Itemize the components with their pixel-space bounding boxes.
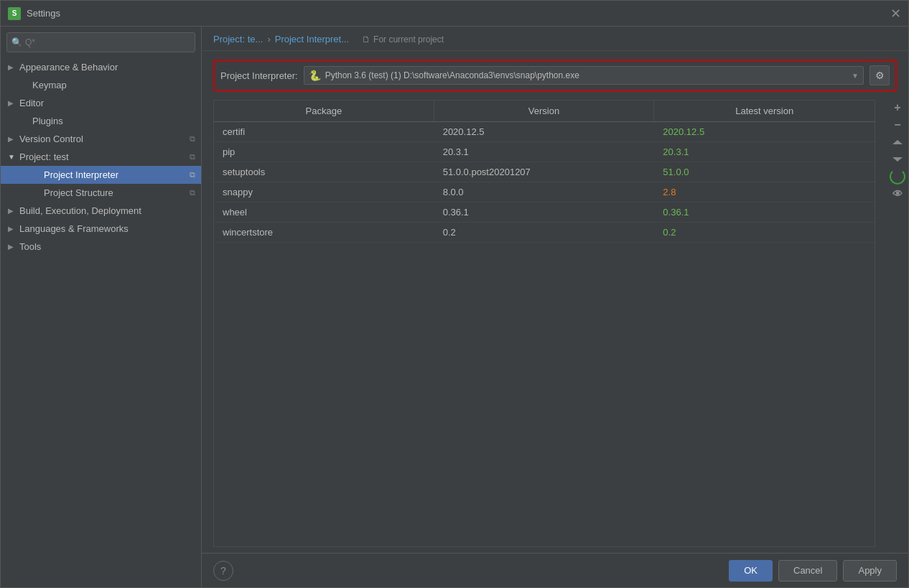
package-table: Package Version Latest version certifi 2… <box>213 100 875 547</box>
interpreter-value: Python 3.6 (test) (1) D:\software\Anacon… <box>325 70 579 80</box>
breadcrumb-project-note: 🗋 For current project <box>362 34 444 45</box>
table-row[interactable]: certifi 2020.12.5 2020.12.5 <box>214 122 875 142</box>
sidebar-item-project-test[interactable]: ▼ Project: test ⧉ <box>1 148 201 166</box>
sidebar-item-tools[interactable]: ▶ Tools <box>1 238 201 256</box>
sidebar-item-keymap[interactable]: Keymap <box>1 76 201 94</box>
cell-package: snappy <box>214 182 434 202</box>
sidebar-item-label: Tools <box>19 241 41 252</box>
scroll-up-button[interactable] <box>890 134 905 150</box>
arrow-icon: ▶ <box>8 225 19 233</box>
add-package-button[interactable]: + <box>890 100 905 116</box>
scroll-down-button[interactable] <box>890 151 905 167</box>
arrow-icon: ▶ <box>8 63 19 71</box>
show-all-button[interactable]: 👁 <box>890 186 905 202</box>
arrow-icon: ▶ <box>8 207 19 215</box>
col-version: Version <box>434 101 655 121</box>
table-and-actions: Package Version Latest version certifi 2… <box>202 100 908 547</box>
table-header: Package Version Latest version <box>213 100 875 122</box>
breadcrumb: Project: te... › Project Interpret... 🗋 … <box>202 27 908 51</box>
svg-marker-0 <box>892 140 903 144</box>
close-button[interactable]: ✕ <box>890 8 901 19</box>
app-icon: S <box>8 7 21 20</box>
sidebar-item-build-execution[interactable]: ▶ Build, Execution, Deployment <box>1 202 201 220</box>
sidebar-item-label: Languages & Frameworks <box>19 223 129 234</box>
sidebar-item-project-structure[interactable]: Project Structure ⧉ <box>1 184 201 202</box>
table-row[interactable]: wheel 0.36.1 0.36.1 <box>214 202 875 223</box>
sidebar-item-appearance[interactable]: ▶ Appearance & Behavior <box>1 58 201 76</box>
cell-package: wheel <box>214 202 434 222</box>
bottom-bar: ? OK Cancel Apply <box>202 553 908 587</box>
refresh-indicator <box>890 169 905 185</box>
cell-latest: 51.0.0 <box>654 162 875 182</box>
svg-marker-1 <box>892 157 903 162</box>
search-input[interactable] <box>25 37 190 47</box>
interpreter-label: Project Interpreter: <box>220 70 298 81</box>
search-icon: 🔍 <box>11 37 22 47</box>
sidebar-item-languages-frameworks[interactable]: ▶ Languages & Frameworks <box>1 220 201 238</box>
gear-button[interactable]: ⚙ <box>870 65 890 85</box>
table-body: certifi 2020.12.5 2020.12.5 pip 20.3.1 2… <box>213 122 875 547</box>
cell-package: wincertstore <box>214 223 434 242</box>
col-latest: Latest version <box>654 101 875 121</box>
copy-icon: ⧉ <box>190 170 195 179</box>
table-row[interactable]: snappy 8.0.0 2.8 <box>214 182 875 202</box>
cell-latest: 20.3.1 <box>654 142 875 162</box>
copy-icon: ⧉ <box>190 134 195 144</box>
sidebar-item-project-interpreter[interactable]: Project Interpreter ⧉ <box>1 166 201 184</box>
arrow-icon: ▶ <box>8 99 19 107</box>
dropdown-arrow-icon: ▼ <box>852 72 859 80</box>
breadcrumb-root[interactable]: Project: te... <box>213 34 263 45</box>
breadcrumb-current[interactable]: Project Interpret... <box>275 34 349 45</box>
sidebar-item-label: Project Structure <box>44 187 113 198</box>
search-box[interactable]: 🔍 <box>6 32 195 52</box>
table-row[interactable]: pip 20.3.1 20.3.1 <box>214 142 875 162</box>
cell-latest: 2020.12.5 <box>654 122 875 141</box>
sidebar-item-label: Project Interpreter <box>44 169 118 180</box>
sidebar-item-label: Keymap <box>32 80 67 90</box>
ok-button[interactable]: OK <box>729 560 773 582</box>
cell-package: pip <box>214 142 434 162</box>
cell-latest: 0.36.1 <box>654 202 875 222</box>
help-button[interactable]: ? <box>213 561 233 581</box>
copy-icon: ⧉ <box>190 188 195 197</box>
content-area: 🔍 ▶ Appearance & Behavior Keymap ▶ Edito… <box>1 27 908 587</box>
remove-package-button[interactable]: − <box>890 117 905 133</box>
cell-package: certifi <box>214 122 434 141</box>
copy-icon: ⧉ <box>190 152 195 162</box>
window-title: Settings <box>27 8 890 19</box>
table-row[interactable]: setuptools 51.0.0.post20201207 51.0.0 <box>214 162 875 182</box>
project-note-text: For current project <box>373 34 444 45</box>
cell-version: 51.0.0.post20201207 <box>434 162 655 182</box>
cell-version: 8.0.0 <box>434 182 655 202</box>
interpreter-row: Project Interpreter: 🐍 Python 3.6 (test)… <box>213 60 897 91</box>
cell-version: 0.36.1 <box>434 202 655 222</box>
sidebar-item-label: Editor <box>19 98 44 108</box>
breadcrumb-separator: › <box>267 34 270 45</box>
settings-window: S Settings ✕ 🔍 ▶ Appearance & Behavior K… <box>0 0 909 588</box>
cell-latest: 2.8 <box>654 182 875 202</box>
sidebar-item-label: Build, Execution, Deployment <box>19 205 141 216</box>
python-icon: 🐍 <box>309 70 321 81</box>
cell-version: 0.2 <box>434 223 655 242</box>
sidebar-item-version-control[interactable]: ▶ Version Control ⧉ <box>1 130 201 148</box>
sidebar-item-label: Project: test <box>19 151 69 162</box>
interpreter-dropdown[interactable]: 🐍 Python 3.6 (test) (1) D:\software\Anac… <box>304 66 864 85</box>
sidebar-item-plugins[interactable]: Plugins <box>1 112 201 130</box>
sidebar: 🔍 ▶ Appearance & Behavior Keymap ▶ Edito… <box>1 27 202 587</box>
arrow-icon: ▶ <box>8 135 19 143</box>
table-row[interactable]: wincertstore 0.2 0.2 <box>214 223 875 243</box>
cancel-button[interactable]: Cancel <box>778 560 837 582</box>
cell-package: setuptools <box>214 162 434 182</box>
apply-button[interactable]: Apply <box>843 560 897 582</box>
file-icon: 🗋 <box>362 34 370 45</box>
interpreter-section: Project Interpreter: 🐍 Python 3.6 (test)… <box>202 51 908 100</box>
right-action-bar: + − 👁 <box>887 100 908 547</box>
titlebar: S Settings ✕ <box>1 1 908 27</box>
sidebar-item-label: Appearance & Behavior <box>19 62 118 73</box>
sidebar-item-editor[interactable]: ▶ Editor <box>1 94 201 112</box>
cell-latest: 0.2 <box>654 223 875 242</box>
main-content: Project: te... › Project Interpret... 🗋 … <box>202 27 908 587</box>
col-package: Package <box>214 101 434 121</box>
cell-version: 2020.12.5 <box>434 122 655 141</box>
arrow-icon: ▶ <box>8 243 19 251</box>
